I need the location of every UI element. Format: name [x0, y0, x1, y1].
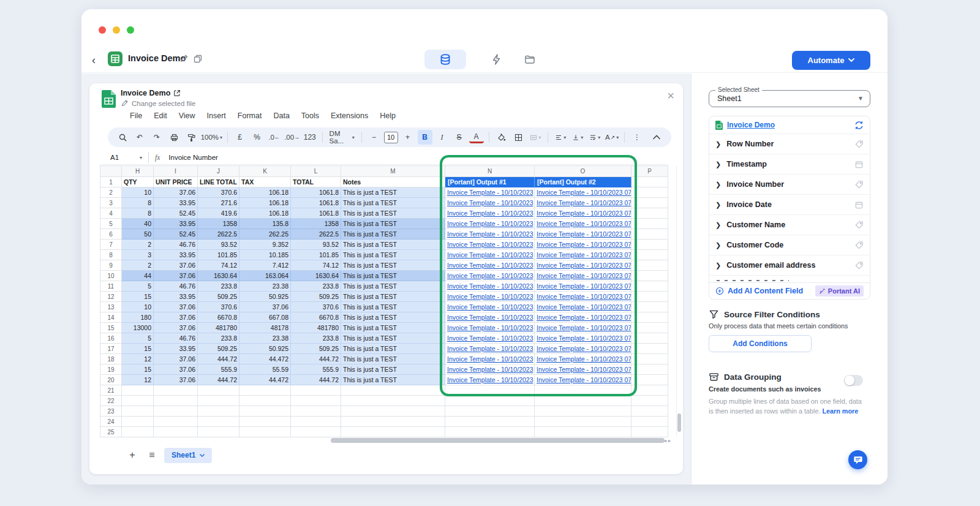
cell[interactable]: Invoice Template - 10/10/2023 07:39pm — [535, 250, 631, 260]
cell[interactable] — [631, 292, 668, 302]
cell[interactable] — [154, 385, 198, 396]
cell[interactable] — [291, 406, 341, 417]
automation-tab[interactable] — [491, 53, 503, 68]
cell[interactable]: 46.76 — [154, 333, 198, 344]
cell[interactable]: This is just a TEST — [341, 240, 445, 250]
cell[interactable] — [631, 406, 668, 417]
cell[interactable] — [631, 281, 668, 292]
cell[interactable] — [198, 417, 239, 427]
cell[interactable]: This is just a TEST — [341, 271, 445, 281]
cell[interactable]: Invoice Template - 10/10/2023 07:40pm — [535, 312, 631, 323]
cell[interactable]: Invoice Template - 10/10/2023 07:40pm — [535, 323, 631, 333]
cell[interactable]: This is just a TEST — [341, 375, 445, 385]
column-header-l[interactable]: L — [291, 166, 341, 177]
header-cell[interactable]: LINE TOTAL — [198, 177, 239, 187]
cell[interactable]: This is just a TEST — [341, 292, 445, 302]
cell[interactable] — [535, 417, 631, 427]
cell[interactable] — [535, 427, 631, 437]
cell[interactable]: 2622.5 — [198, 229, 239, 240]
row-header[interactable]: 25 — [100, 427, 122, 437]
cell[interactable]: This is just a TEST — [341, 187, 445, 198]
cell[interactable]: Invoice Template - 10/10/2023 — [445, 292, 535, 302]
cell[interactable] — [445, 417, 535, 427]
row-header[interactable]: 18 — [100, 354, 122, 364]
cell[interactable] — [631, 187, 668, 198]
name-box[interactable]: A1 — [110, 154, 138, 161]
cell[interactable]: Invoice Template - 10/10/2023 07:40pm — [535, 354, 631, 364]
cell[interactable] — [198, 406, 239, 417]
cell[interactable]: This is just a TEST — [341, 281, 445, 292]
cell[interactable] — [631, 375, 668, 385]
cell[interactable]: This is just a TEST — [341, 260, 445, 271]
cell[interactable]: Invoice Template - 10/10/2023 — [445, 375, 535, 385]
cell[interactable]: 2622.5 — [291, 229, 341, 240]
column-header-o[interactable]: O — [535, 166, 631, 177]
external-link-icon[interactable] — [173, 89, 181, 97]
cell[interactable]: 509.25 — [198, 292, 239, 302]
cell[interactable]: Invoice Template - 10/10/2023 07:40pm — [535, 344, 631, 354]
cell[interactable]: 233.8 — [198, 281, 239, 292]
field-row-customer-name[interactable]: ❯Customer Name — [709, 214, 870, 235]
cell[interactable] — [631, 354, 668, 364]
chevron-right-icon[interactable]: ❯ — [715, 140, 721, 148]
cell[interactable]: 1630.64 — [291, 271, 341, 281]
cell[interactable]: 33.95 — [154, 344, 198, 354]
cell[interactable]: 444.72 — [291, 375, 341, 385]
cell[interactable]: 33.95 — [154, 250, 198, 260]
column-header-m[interactable]: M — [341, 166, 445, 177]
cell[interactable]: Invoice Template - 10/10/2023 — [445, 312, 535, 323]
cell[interactable] — [198, 396, 239, 406]
plus-circle-icon[interactable] — [715, 287, 724, 295]
cell[interactable] — [122, 417, 154, 427]
currency-format-button[interactable]: £ — [233, 130, 247, 145]
cell[interactable] — [631, 219, 668, 229]
cell[interactable]: Invoice Template - 10/10/2023 07:39pm — [535, 260, 631, 271]
output-doc-link[interactable]: Invoice Template - 10/10/2023 — [447, 272, 533, 279]
cell[interactable] — [631, 344, 668, 354]
cell[interactable] — [341, 406, 445, 417]
cell[interactable]: Invoice Template - 10/10/2023 07:39pm — [535, 229, 631, 240]
cell[interactable] — [631, 396, 668, 406]
cell[interactable]: This is just a TEST — [341, 344, 445, 354]
cell[interactable]: Invoice Template - 10/10/2023 07:39pm — [535, 187, 631, 198]
all-sheets-icon[interactable]: ≡ — [145, 450, 159, 461]
cell[interactable]: 509.25 — [291, 344, 341, 354]
bold-button[interactable]: B — [418, 130, 432, 145]
cell[interactable]: 106.18 — [239, 208, 291, 219]
cell[interactable]: Invoice Template - 10/10/2023 07:40pm — [535, 333, 631, 344]
menu-item-help[interactable]: Help — [380, 111, 396, 124]
cell[interactable] — [239, 396, 291, 406]
cell[interactable] — [122, 406, 154, 417]
cell[interactable]: 509.25 — [198, 344, 239, 354]
add-ai-content-field-link[interactable]: Add AI Content Field — [728, 287, 812, 295]
cell[interactable] — [445, 385, 535, 396]
cell[interactable]: 444.72 — [198, 354, 239, 364]
cell[interactable] — [122, 427, 154, 437]
cell[interactable]: Invoice Template - 10/10/2023 — [445, 250, 535, 260]
output-doc-link[interactable]: Invoice Template - 10/10/2023 07:39pm — [537, 251, 631, 259]
header-cell[interactable]: TOTAL — [291, 177, 341, 187]
cell[interactable] — [631, 177, 668, 187]
decrease-decimal-button[interactable]: .0← — [267, 130, 282, 145]
cell[interactable]: 15 — [122, 344, 154, 354]
row-header[interactable]: 9 — [100, 260, 122, 271]
row-header[interactable]: 20 — [100, 375, 122, 385]
source-tab[interactable] — [424, 50, 466, 69]
cell[interactable]: This is just a TEST — [341, 333, 445, 344]
chevron-right-icon[interactable]: ❯ — [715, 160, 721, 168]
header-cell[interactable]: TAX — [239, 177, 291, 187]
cell[interactable]: 163.064 — [239, 271, 291, 281]
learn-more-link[interactable]: Learn more — [822, 407, 858, 415]
cell[interactable]: Invoice Template - 10/10/2023 — [445, 302, 535, 312]
output-doc-link[interactable]: Invoice Template - 10/10/2023 — [447, 293, 533, 300]
output-doc-link[interactable]: Invoice Template - 10/10/2023 — [447, 345, 533, 352]
borders-icon[interactable] — [511, 130, 526, 145]
cell[interactable]: 37.06 — [154, 375, 198, 385]
cell[interactable] — [535, 396, 631, 406]
portant-output1-header-cell[interactable]: [Portant] Output #1 — [445, 177, 535, 187]
cell[interactable]: 52.45 — [154, 229, 198, 240]
cell[interactable]: 44.472 — [239, 375, 291, 385]
row-header[interactable]: 1 — [100, 177, 122, 187]
row-header[interactable]: 17 — [100, 344, 122, 354]
cell[interactable]: 6670.8 — [198, 312, 239, 323]
